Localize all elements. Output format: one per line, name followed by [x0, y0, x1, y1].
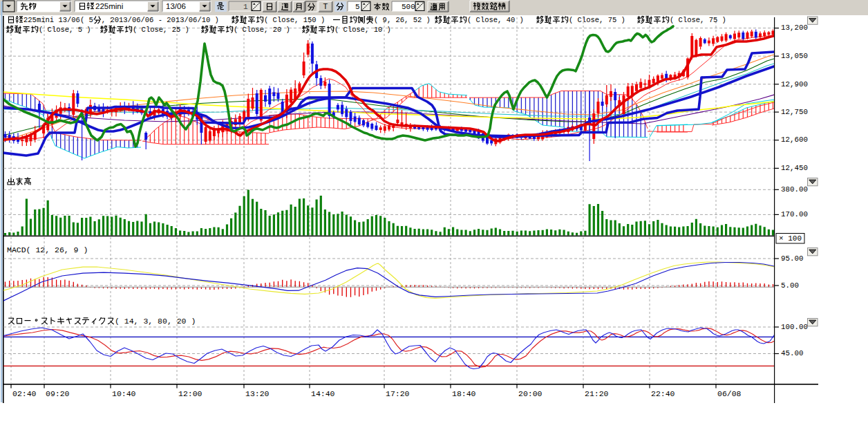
- svg-text:12,750: 12,750: [781, 108, 808, 116]
- svg-text:( Close, 75 ): ( Close, 75 ): [670, 16, 726, 24]
- svg-text:( Close, 150 ): ( Close, 150 ): [264, 16, 325, 24]
- svg-text:225mini: 225mini: [95, 2, 123, 10]
- svg-text:( Close, 20 ): ( Close, 20 ): [234, 26, 290, 34]
- svg-text:09:20: 09:20: [46, 389, 70, 398]
- svg-text:500: 500: [402, 3, 415, 11]
- svg-text:MACD( 12, 26, 9 ): MACD( 12, 26, 9 ): [7, 245, 88, 254]
- svg-text:10:40: 10:40: [112, 389, 136, 398]
- svg-text:22:40: 22:40: [651, 389, 675, 398]
- svg-text:45.00: 45.00: [781, 349, 803, 357]
- svg-text:( Close, 25 ): ( Close, 25 ): [133, 26, 189, 34]
- svg-text:, 2013/06/06 - 2013/06/10 ): , 2013/06/06 - 2013/06/10 ): [102, 16, 219, 24]
- svg-text:( Close, 10 ): ( Close, 10 ): [334, 26, 391, 34]
- svg-text:14:40: 14:40: [311, 389, 335, 398]
- svg-text:1: 1: [243, 3, 248, 11]
- svg-text:21:20: 21:20: [585, 389, 609, 398]
- svg-text:12,600: 12,600: [781, 136, 808, 144]
- svg-text:225mini 13/06( 5: 225mini 13/06( 5: [23, 16, 93, 24]
- svg-text:( Close, 75 ): ( Close, 75 ): [569, 16, 625, 24]
- svg-text:02:40: 02:40: [12, 389, 37, 398]
- svg-text:5.00: 5.00: [781, 281, 799, 290]
- svg-text:95.00: 95.00: [781, 254, 803, 263]
- svg-text:06/08: 06/08: [717, 389, 742, 398]
- svg-text:13:20: 13:20: [245, 389, 270, 398]
- svg-text:17:20: 17:20: [386, 389, 410, 398]
- svg-text:13/06: 13/06: [166, 2, 186, 10]
- svg-text:100.00: 100.00: [781, 323, 808, 331]
- svg-text:12,450: 12,450: [781, 164, 808, 172]
- svg-text:13,050: 13,050: [781, 52, 808, 60]
- svg-text:12:00: 12:00: [178, 389, 202, 398]
- svg-text:( Close, 40 ): ( Close, 40 ): [467, 16, 524, 24]
- svg-text:( Close, 5 ): ( Close, 5 ): [39, 26, 91, 34]
- svg-text:13,200: 13,200: [781, 24, 808, 32]
- svg-text:18:40: 18:40: [452, 389, 476, 398]
- svg-text:( 14, 3, 80, 20 ): ( 14, 3, 80, 20 ): [115, 317, 196, 326]
- svg-text:( 9, 26, 52 ): ( 9, 26, 52 ): [374, 16, 431, 24]
- svg-text:20:00: 20:00: [518, 389, 542, 398]
- svg-text:T: T: [323, 2, 328, 10]
- svg-text:380.00: 380.00: [781, 185, 808, 194]
- svg-text:170.00: 170.00: [781, 210, 808, 218]
- svg-text:12,900: 12,900: [781, 80, 808, 88]
- svg-text:5: 5: [355, 3, 360, 11]
- svg-text:× 100: × 100: [779, 234, 802, 243]
